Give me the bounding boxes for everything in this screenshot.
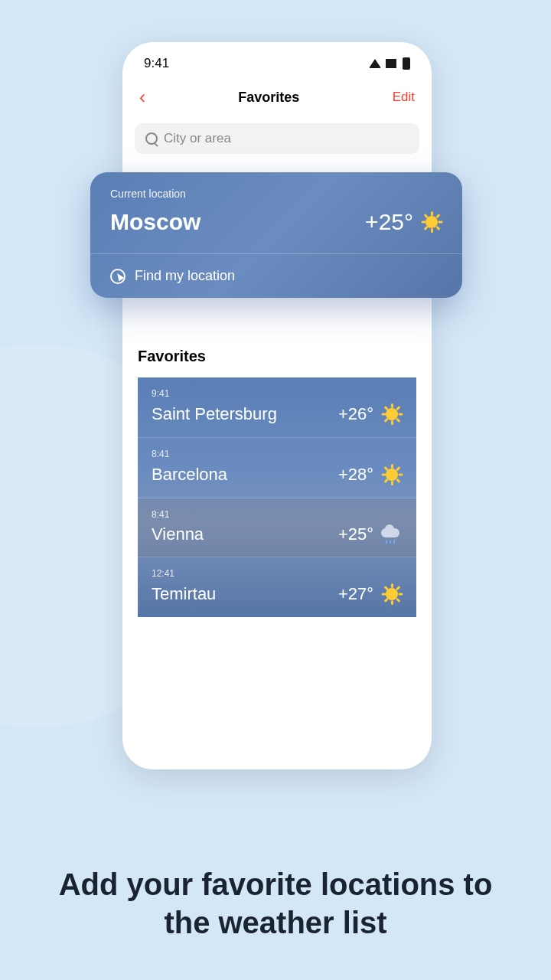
- find-location-label: Find my location: [135, 268, 235, 284]
- back-button[interactable]: ‹: [139, 87, 145, 108]
- favorites-section: Favorites 9:41 Saint Petersburg +26° 8:4…: [138, 337, 416, 617]
- signal-icon: [386, 59, 396, 68]
- favorite-temp: +25°: [338, 524, 373, 544]
- status-bar: 9:41: [122, 42, 432, 77]
- favorite-temp: +28°: [338, 465, 373, 485]
- favorite-city: Saint Petersburg: [152, 404, 277, 424]
- search-input[interactable]: City or area: [135, 123, 419, 154]
- cloud-rain-icon: [381, 527, 403, 542]
- sun-icon: [381, 583, 403, 605]
- favorite-time: 8:41: [152, 509, 403, 520]
- battery-icon: [403, 57, 410, 70]
- favorite-time: 12:41: [152, 568, 403, 579]
- favorites-header: Favorites: [138, 337, 416, 377]
- sun-icon: [381, 403, 403, 425]
- search-icon: [145, 132, 158, 145]
- search-placeholder: City or area: [164, 131, 231, 146]
- edit-button[interactable]: Edit: [393, 90, 415, 105]
- promo-caption: Add your favorite locations to the weath…: [0, 865, 551, 942]
- favorite-temp: +27°: [338, 584, 373, 604]
- current-location-label: Current location: [110, 188, 442, 200]
- page-title: Favorites: [238, 90, 299, 106]
- nav-bar: ‹ Favorites Edit: [122, 77, 432, 117]
- status-icons: [369, 57, 410, 70]
- compass-icon: [110, 269, 126, 284]
- sun-icon: [381, 464, 403, 485]
- favorite-item[interactable]: 8:41 Barcelona +28°: [138, 438, 416, 498]
- favorite-item[interactable]: 9:41 Saint Petersburg +26°: [138, 377, 416, 438]
- current-city: Moscow: [110, 209, 201, 235]
- favorite-city: Temirtau: [152, 584, 216, 604]
- current-temp: +25°: [365, 209, 413, 235]
- status-time: 9:41: [144, 56, 169, 71]
- favorite-time: 9:41: [152, 388, 403, 399]
- favorite-temp: +26°: [338, 404, 373, 424]
- sun-icon: [421, 211, 442, 233]
- find-location-button[interactable]: Find my location: [90, 253, 462, 298]
- favorite-city: Barcelona: [152, 465, 227, 485]
- favorite-time: 8:41: [152, 449, 403, 459]
- favorites-list: 9:41 Saint Petersburg +26° 8:41 Barcelon…: [138, 377, 416, 617]
- current-location-card[interactable]: Current location Moscow +25° Find my loc…: [90, 172, 462, 298]
- favorite-item[interactable]: 12:41 Temirtau +27°: [138, 557, 416, 617]
- favorite-city: Vienna: [152, 524, 204, 544]
- wifi-icon: [369, 59, 381, 68]
- favorite-item[interactable]: 8:41 Vienna +25°: [138, 498, 416, 557]
